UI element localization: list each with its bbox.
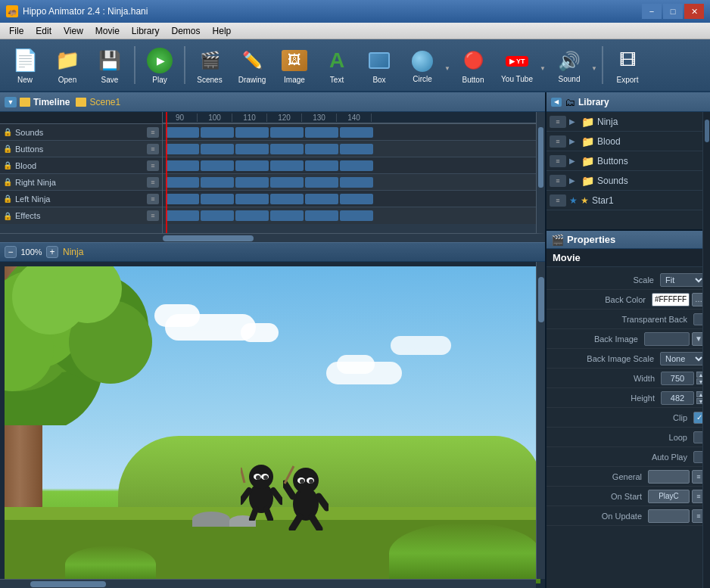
prop-height-label: Height [551, 394, 661, 403]
prop-on-start: On Start PlayC ≡ [547, 487, 710, 506]
title-bar-controls[interactable]: − □ ✕ [642, 4, 704, 19]
menu-movie[interactable]: Movie [89, 24, 126, 38]
library-collapse[interactable]: ◀ [551, 98, 562, 107]
prop-width-input[interactable] [661, 372, 694, 385]
library-section: ≡ ▶ 📁 Ninja ≡ ▶ 📁 Blood ≡ ▶ 📁 But [547, 112, 710, 229]
toolbar-new-button[interactable]: 📄 New [5, 42, 45, 89]
maximize-button[interactable]: □ [663, 4, 683, 19]
menu-help[interactable]: Help [207, 24, 238, 38]
lib-buttons-menu[interactable]: ≡ [550, 155, 566, 167]
svg-line-30 [292, 517, 300, 529]
frame-row-blood [163, 157, 536, 174]
toolbar-box-button[interactable]: Box [359, 42, 400, 89]
timeline-collapse-button[interactable]: ▼ [5, 97, 17, 107]
svg-line-16 [241, 490, 249, 502]
scene-name: Scene1 [89, 97, 120, 107]
timeline-tracks: 🔒 Sounds ≡ 🔒 Buttons ≡ 🔒 Blood ≡ 🔒 Right… [0, 112, 163, 233]
prop-on-start-field[interactable]: PlayC [648, 490, 690, 503]
prop-on-start-value: PlayC ≡ [648, 490, 705, 503]
zoom-value: 100% [18, 247, 45, 257]
drawing-icon: ✏️ [238, 47, 266, 74]
toolbar-export-button[interactable]: 🎞 Export [607, 42, 648, 89]
prop-back-color-swatch[interactable]: #FFFFFF [652, 293, 690, 306]
lib-sounds-expand[interactable]: ▶ [569, 176, 578, 185]
prop-back-image-scale-select[interactable]: None Fit Fill [660, 352, 705, 366]
prop-back-image-value: ▼ [644, 332, 705, 346]
prop-on-update-field[interactable] [648, 509, 690, 523]
toolbar-scenes-button[interactable]: 🎬 Scenes [189, 42, 230, 89]
window-title: Hippo Animator 2.4 : Ninja.hani [23, 6, 148, 17]
toolbar-youtube-button[interactable]: ▶ YT You Tube ▼ [495, 42, 547, 89]
title-bar: 🦛 Hippo Animator 2.4 : Ninja.hani − □ ✕ [0, 0, 710, 23]
menu-file[interactable]: File [3, 24, 30, 38]
toolbar-text-button[interactable]: A Text [316, 42, 357, 89]
timeline-scroll-h-thumb[interactable] [163, 235, 254, 241]
prop-general-field[interactable] [648, 470, 690, 484]
cloud-3 [391, 336, 451, 355]
minimize-button[interactable]: − [642, 4, 662, 19]
lib-blood-expand[interactable]: ▶ [569, 137, 578, 145]
lib-item-sounds[interactable]: ≡ ▶ 📁 Sounds [547, 171, 702, 191]
canvas-area[interactable] [0, 262, 545, 588]
track-right-ninja: 🔒 Right Ninja ≡ [0, 174, 162, 191]
canvas-hscroll[interactable] [0, 579, 536, 588]
track-right-ninja-menu[interactable]: ≡ [147, 177, 159, 188]
prop-back-image: Back Image ▼ [547, 329, 710, 349]
track-effects-name: Effects [15, 211, 144, 220]
lib-buttons-expand[interactable]: ▶ [569, 157, 578, 165]
timeline-scroll-v[interactable] [536, 112, 545, 233]
toolbar-image-button[interactable]: 🖼 Image [274, 42, 315, 89]
zoom-plus-button[interactable]: + [46, 246, 58, 258]
toolbar-open-button[interactable]: 📁 Open [47, 42, 88, 89]
prop-scale-select[interactable]: Fit Fill Stretch [660, 273, 705, 287]
lib-ninja-expand[interactable]: ▶ [569, 117, 578, 126]
track-sounds-menu[interactable]: ≡ [147, 127, 159, 138]
right-panel-scroll-thumb[interactable] [705, 120, 709, 142]
timeline-scroll-h[interactable] [0, 233, 545, 242]
lib-item-ninja[interactable]: ≡ ▶ 📁 Ninja [547, 112, 702, 132]
toolbar-play-button[interactable]: Play [139, 42, 180, 89]
lib-ninja-menu[interactable]: ≡ [550, 116, 566, 128]
track-left-ninja-menu[interactable]: ≡ [147, 194, 159, 204]
menu-demos[interactable]: Demos [166, 24, 207, 38]
playhead[interactable] [166, 112, 167, 233]
menu-view[interactable]: View [58, 24, 89, 38]
menu-edit[interactable]: Edit [30, 24, 58, 38]
right-panel-scrollbar[interactable] [702, 112, 710, 588]
toolbar-circle-button[interactable]: Circle ▼ [401, 42, 451, 89]
track-effects-menu[interactable]: ≡ [147, 210, 159, 221]
text-icon: A [323, 47, 350, 74]
lib-item-buttons[interactable]: ≡ ▶ 📁 Buttons [547, 151, 702, 171]
zoom-controls: − 100% + [5, 246, 58, 258]
menu-library[interactable]: Library [126, 24, 166, 38]
toolbar-button-button[interactable]: 🔴 Button [453, 42, 494, 89]
track-left-ninja-name: Left Ninja [15, 194, 144, 204]
toolbar-sound-button[interactable]: 🔊 Sound ▼ [548, 42, 598, 89]
lib-item-blood[interactable]: ≡ ▶ 📁 Blood [547, 132, 702, 151]
lib-sounds-menu[interactable]: ≡ [550, 175, 566, 187]
toolbar-save-button[interactable]: 💾 Save [89, 42, 130, 89]
canvas-vscroll-thumb[interactable] [538, 277, 544, 322]
lib-item-star1[interactable]: ≡ ★ ★ Star1 [547, 191, 702, 210]
sound-dropdown-arrow[interactable]: ▼ [591, 65, 597, 72]
circle-dropdown-arrow[interactable]: ▼ [444, 65, 450, 72]
track-buttons-menu[interactable]: ≡ [147, 144, 159, 154]
prop-loop-label: Loop [551, 433, 693, 442]
youtube-dropdown-arrow[interactable]: ▼ [540, 65, 546, 72]
timeline-scroll-thumb[interactable] [538, 127, 543, 188]
canvas-vscroll[interactable] [536, 262, 545, 579]
toolbar-separator-1 [134, 46, 135, 84]
frame-row-left-ninja [163, 191, 536, 207]
track-blood-menu[interactable]: ≡ [147, 160, 159, 171]
prop-scale-value: Fit Fill Stretch [660, 273, 705, 287]
frame-90: 90 [163, 114, 198, 122]
lib-blood-menu[interactable]: ≡ [550, 135, 566, 148]
canvas-hscroll-thumb[interactable] [30, 581, 106, 587]
close-button[interactable]: ✕ [684, 4, 704, 19]
prop-height-input[interactable] [661, 391, 694, 405]
bush-left [65, 546, 156, 583]
zoom-minus-button[interactable]: − [5, 246, 17, 258]
lib-star1-menu[interactable]: ≡ [550, 194, 566, 207]
toolbar-drawing-button[interactable]: ✏️ Drawing [232, 42, 272, 89]
props-movie-title: Movie [547, 249, 710, 267]
